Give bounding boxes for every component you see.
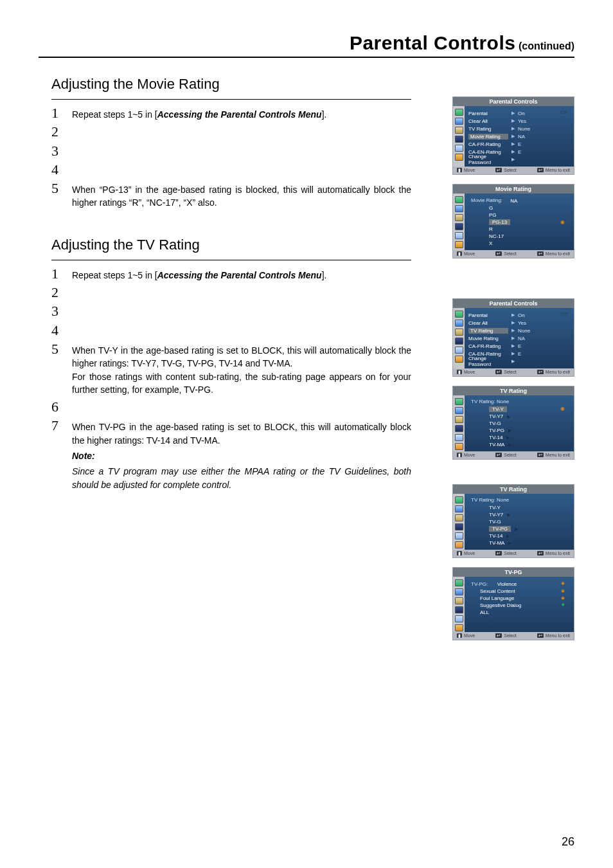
menu-icon [455,232,463,239]
menu-icon [455,425,463,432]
step-body: When TV-PG in the age-based rating is se… [72,420,411,447]
step-text [72,127,411,140]
list-item: G [489,205,493,211]
t: Repeat steps 1~5 in [ [72,109,157,120]
step-number: 2 [51,285,63,300]
step-text [72,402,411,415]
menu-icon [455,606,463,613]
list-item: NC-17 [489,233,504,239]
menu-icon [455,154,463,161]
list-item: TV-PG [489,428,504,433]
menu-icon [455,338,463,345]
arrow-icon: ▶ [511,328,515,333]
row-value: Yes [518,118,526,124]
footer-exit: Menu to exit [546,168,570,172]
row-label: Parental [468,312,508,318]
row-value: None [518,328,530,334]
osd-icon-strip [453,106,465,167]
row-value: E [518,141,521,147]
key-icon: ↵ [495,551,502,556]
osd-tv-rating-1: TV Rating ◉ TV Rating: None TV-Y TV-Y7▶ … [452,386,574,460]
footer-move: Move [464,551,475,556]
list-item: Suggestive Dialog [480,602,521,608]
step-row: 3 [51,304,411,319]
list-item: TV-14 [489,533,502,539]
menu-icon [455,145,463,152]
osd-parental-controls-tv: Parental Controls Off Parental▶On Clear … [452,298,574,377]
arrow-icon: ▶ [507,512,510,518]
note-label: Note: [72,451,411,461]
arrow-icon: ▶ [511,157,515,162]
menu-icon [455,416,463,423]
menu-icon [455,398,463,405]
arrow-icon: ▶ [511,118,515,123]
step-number: 3 [51,144,63,158]
menu-icon [455,109,463,116]
radio-icon: ◉ [560,406,565,411]
osd-footer: ▮Move ↵Select ↩Menu to exit [453,451,574,459]
menu-icon [455,496,463,503]
movie-steps: 1 Repeat steps 1~5 in [Accessing the Par… [51,106,411,210]
list-item-selected: TV-Y [489,406,507,412]
osd-icon-strip [453,577,465,632]
menu-icon [455,615,463,622]
osd-footer: ▮Move ↵Select ↩Menu to exit [453,250,574,258]
row-label: Movie Rating [468,336,508,341]
row-label-selected: Movie Rating [468,134,508,140]
key-icon: ▮ [457,453,462,457]
step-text [72,287,411,300]
step-row: 5 When TV-Y in the age-based rating is s… [51,342,411,396]
list-item: TV-Y7 [489,413,503,419]
footer-select: Select [504,370,516,374]
step-row: 6 [51,400,411,415]
step-row: 2 [51,285,411,300]
list-item: TV-MA [489,442,504,448]
step-body: When “PG-13” in the age-based rating is … [72,183,411,210]
menu-icon [455,196,463,203]
row-value: NA [518,134,525,140]
radio-icon: ◉ [561,595,565,601]
step-text [72,325,411,338]
t: ]. [322,109,327,120]
osd-title: Parental Controls [453,299,574,308]
list-item: TV-MA [489,540,504,546]
step-row: 4 [51,163,411,177]
osd-icon-strip [453,494,465,550]
list-item-selected: TV-PG [489,526,511,532]
key-icon: ↩ [537,453,544,457]
arrow-icon: ▶ [511,111,515,116]
step-row: 3 [51,144,411,159]
row-label-selected: TV Rating [468,328,508,334]
footer-move: Move [464,633,475,638]
osd-panel: ◉ Movie Rating: NA G PG PG-13 R NC-17 X [465,194,574,250]
key-icon: ↩ [537,633,544,638]
step-number: 3 [51,304,63,318]
arrow-icon: ▶ [511,336,515,341]
footer-exit: Menu to exit [546,633,570,638]
osd-title: TV Rating [453,485,574,494]
row-value: None [518,126,530,132]
menu-icon [455,136,463,143]
step-number: 5 [51,181,63,195]
list-item: TV-G [489,420,501,426]
arrow-icon: ▶ [507,414,510,419]
step-body: When TV-Y in the age-based rating is set… [72,344,411,370]
osd-title: Parental Controls [453,97,574,106]
key-icon: ▮ [457,633,462,638]
arrow-icon: ▶ [511,359,515,364]
step-number: 7 [51,419,63,433]
menu-icon [455,434,463,441]
list-leader: TV Rating: None [471,399,570,404]
footer-select: Select [504,251,516,256]
row-value: On [518,111,525,116]
arrow-icon: ▶ [506,435,510,440]
menu-icon [455,205,463,212]
list-leader: TV-PG: [471,581,488,587]
osd-icon-strip [453,395,465,451]
menu-icon [455,579,463,586]
menu-icon [455,523,463,530]
radio-icon: ◉ [561,588,565,593]
list-item: TV-G [489,519,501,525]
arrow-icon: ▶ [506,534,510,539]
menu-icon [455,347,463,354]
